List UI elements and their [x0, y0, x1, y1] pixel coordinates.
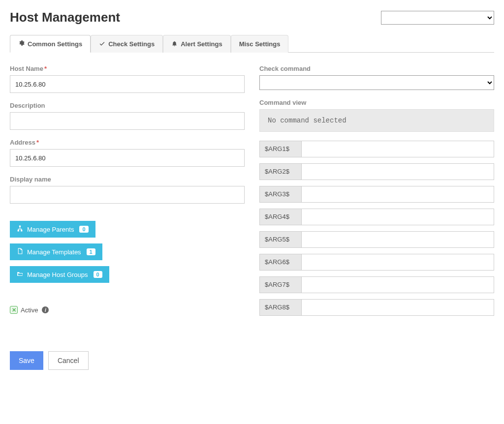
svg-rect-1	[18, 230, 19, 231]
arg-input[interactable]	[301, 254, 494, 271]
arg-input[interactable]	[301, 141, 494, 157]
host-name-label: Host Name*	[10, 65, 245, 72]
address-input[interactable]	[10, 149, 245, 167]
arg-label: $ARG7$	[259, 276, 301, 293]
required-mark: *	[44, 65, 47, 72]
arg-label: $ARG8$	[259, 299, 301, 316]
tab-label: Alert Settings	[181, 40, 222, 48]
svg-rect-0	[19, 226, 20, 227]
count-badge: 0	[94, 271, 102, 278]
manage-host-groups-button[interactable]: Manage Host Groups 0	[10, 266, 109, 283]
arg-row: $ARG5$	[259, 231, 494, 248]
arg-label: $ARG3$	[259, 186, 301, 203]
arg-input[interactable]	[301, 209, 494, 225]
tab-alert-settings[interactable]: Alert Settings	[163, 35, 231, 53]
button-label: Manage Parents	[27, 226, 74, 233]
description-label: Description	[10, 102, 245, 109]
sitemap-icon	[17, 225, 23, 233]
tab-label: Common Settings	[28, 40, 82, 48]
host-name-input[interactable]	[10, 75, 245, 93]
check-command-select[interactable]	[259, 75, 494, 90]
tab-check-settings[interactable]: Check Settings	[91, 35, 163, 53]
manage-templates-button[interactable]: Manage Templates 1	[10, 243, 102, 260]
button-label: Manage Host Groups	[27, 271, 88, 278]
tab-misc-settings[interactable]: Misc Settings	[231, 35, 289, 53]
required-mark: *	[36, 139, 39, 146]
arg-row: $ARG8$	[259, 299, 494, 316]
page-title: Host Management	[10, 10, 120, 25]
arg-label: $ARG4$	[259, 209, 301, 225]
arg-label: $ARG6$	[259, 254, 301, 271]
host-selector-dropdown[interactable]	[381, 11, 494, 25]
arg-row: $ARG2$	[259, 163, 494, 180]
info-icon[interactable]: i	[42, 306, 49, 313]
arg-label: $ARG5$	[259, 231, 301, 248]
arg-input[interactable]	[301, 186, 494, 203]
count-badge: 0	[79, 226, 88, 233]
arg-label: $ARG1$	[259, 141, 301, 157]
arg-row: $ARG6$	[259, 254, 494, 271]
tab-label: Check Settings	[108, 40, 155, 48]
arg-row: $ARG1$	[259, 141, 494, 157]
file-icon	[17, 248, 23, 256]
arg-row: $ARG4$	[259, 209, 494, 225]
save-button[interactable]: Save	[10, 351, 43, 370]
tab-common-settings[interactable]: Common Settings	[10, 35, 91, 53]
folder-open-icon	[17, 271, 23, 278]
arg-input[interactable]	[301, 163, 494, 180]
address-label: Address*	[10, 139, 245, 146]
arg-label: $ARG2$	[259, 163, 301, 180]
tab-label: Misc Settings	[239, 40, 281, 48]
bell-icon	[171, 40, 178, 48]
command-view-label: Command view	[259, 99, 494, 106]
command-view-box: No command selected	[259, 109, 494, 132]
button-label: Manage Templates	[27, 248, 81, 256]
arg-input[interactable]	[301, 299, 494, 316]
display-name-input[interactable]	[10, 186, 245, 204]
manage-parents-button[interactable]: Manage Parents 0	[10, 221, 95, 238]
display-name-label: Display name	[10, 176, 245, 183]
active-checkbox[interactable]: ✕	[10, 306, 18, 314]
count-badge: 1	[87, 248, 95, 255]
check-icon	[99, 40, 105, 48]
gear-icon	[18, 40, 25, 48]
check-command-label: Check command	[259, 65, 494, 72]
arg-row: $ARG3$	[259, 186, 494, 203]
svg-rect-2	[21, 230, 22, 231]
active-label: Active	[21, 306, 38, 314]
cancel-button[interactable]: Cancel	[48, 351, 89, 370]
tabs-bar: Common Settings Check Settings Alert Set…	[10, 35, 494, 53]
arg-row: $ARG7$	[259, 276, 494, 293]
description-input[interactable]	[10, 112, 245, 130]
arg-input[interactable]	[301, 231, 494, 248]
arg-input[interactable]	[301, 276, 494, 293]
